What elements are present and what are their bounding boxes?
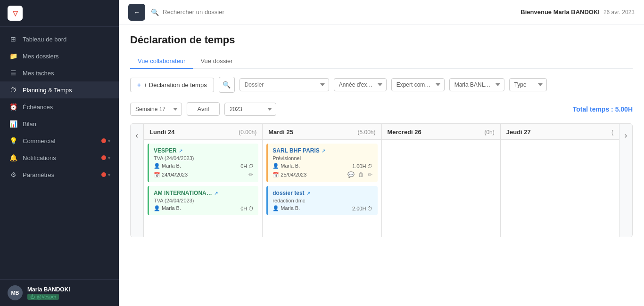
tab-vue-dossier[interactable]: Vue dossier bbox=[193, 54, 240, 69]
empty-day bbox=[386, 144, 496, 155]
nav-chevron-parametres: ▾ bbox=[108, 172, 110, 177]
nav-icon-echeances: ⏰ bbox=[8, 103, 18, 111]
sidebar-logo: ▽ bbox=[0, 0, 119, 27]
user-tag: ⏻ @Vesper bbox=[27, 294, 59, 300]
app-logo: ▽ bbox=[8, 6, 23, 21]
expert-filter[interactable]: Expert com… bbox=[391, 78, 445, 91]
day-hours-2: (0h) bbox=[484, 129, 494, 136]
sidebar-item-mes-dossiers[interactable]: 📁 Mes dossiers bbox=[0, 48, 119, 64]
card-actions-vesper: ✏ bbox=[248, 171, 254, 178]
day-header-3: Jeudi 27 ( bbox=[501, 124, 619, 140]
card-subtitle-dossier-test: redaction dmc bbox=[272, 198, 372, 203]
nav-icon-mes-dossiers: 📁 bbox=[8, 52, 18, 60]
card-subtitle-sarl-bhf: Prévisionnel bbox=[272, 155, 372, 161]
welcome-text: Bienvenue Marla BANDOKI bbox=[520, 8, 600, 16]
external-link-icon-vesper[interactable]: ↗ bbox=[179, 148, 182, 153]
external-link-icon-dossier-test[interactable]: ↗ bbox=[306, 191, 310, 196]
nav-icon-notifications: 🔔 bbox=[8, 154, 18, 161]
prev-week-button[interactable]: ‹ bbox=[131, 124, 144, 237]
dossier-filter[interactable] bbox=[239, 78, 329, 91]
tab-vue-collaborateur[interactable]: Vue collaborateur bbox=[130, 54, 193, 69]
nav-icon-mes-taches: ☰ bbox=[8, 69, 18, 77]
sidebar-item-bilan[interactable]: 📊 Bilan bbox=[0, 115, 119, 132]
user-info: Marla BANDOKI ⏻ @Vesper bbox=[27, 286, 111, 300]
card-actions-sarl-bhf: 💬 🗑 ✏ bbox=[347, 171, 373, 178]
sidebar-item-planning-temps[interactable]: ⏱ Planning & Temps bbox=[0, 81, 119, 98]
type-filter[interactable]: Type bbox=[509, 78, 547, 91]
year-select[interactable]: 2023 bbox=[224, 103, 276, 116]
week-controls: Semaine 17 Avril 2023 Total temps : 5.00… bbox=[130, 102, 633, 116]
day-body-2 bbox=[382, 140, 500, 159]
card-vesper: VESPER ↗ TVA (24/04/2023) 👤 Marla B. 0H … bbox=[148, 144, 258, 182]
header: ← 🔍 Bienvenue Marla BANDOKI 26 avr. 2023 bbox=[119, 0, 644, 24]
next-week-button[interactable]: › bbox=[619, 124, 632, 237]
search-bar: 🔍 bbox=[151, 8, 515, 16]
sidebar: ▽ ⊞ Tableau de bord 📁 Mes dossiers ☰ Mes… bbox=[0, 0, 119, 306]
nav-label-tableau-de-bord: Tableau de bord bbox=[23, 36, 110, 43]
nav-chevron-commercial: ▾ bbox=[108, 138, 110, 144]
annee-filter[interactable]: Année d'ex… bbox=[334, 78, 387, 91]
nav-label-mes-dossiers: Mes dossiers bbox=[23, 53, 110, 60]
nav-icon-parametres: ⚙ bbox=[8, 171, 18, 178]
day-header-1: Mardi 25 (5.00h) bbox=[263, 124, 381, 140]
content: Déclaration de temps Vue collaborateur V… bbox=[119, 24, 644, 306]
delete-button-sarl-bhf[interactable]: 🗑 bbox=[358, 171, 364, 178]
sidebar-item-mes-taches[interactable]: ☰ Mes taches bbox=[0, 64, 119, 81]
nav-label-notifications: Notifications bbox=[23, 154, 99, 161]
day-body-3 bbox=[501, 140, 619, 159]
card-sarl-bhf: SARL BHF PARIS ↗ Prévisionnel 👤 Marla B.… bbox=[266, 144, 377, 182]
comment-button-sarl-bhf[interactable]: 💬 bbox=[347, 171, 355, 178]
external-link-icon-sarl-bhf[interactable]: ↗ bbox=[322, 148, 325, 153]
card-user-sarl-bhf: 👤 Marla B. bbox=[272, 163, 300, 169]
user-name: Marla BANDOKI bbox=[27, 286, 111, 293]
search-input[interactable] bbox=[163, 8, 515, 16]
sidebar-item-tableau-de-bord[interactable]: ⊞ Tableau de bord bbox=[0, 31, 119, 48]
nav-badge-notifications bbox=[101, 155, 106, 160]
external-link-icon-am-international[interactable]: ↗ bbox=[214, 191, 218, 196]
empty-day bbox=[504, 144, 615, 155]
card-title-am-international: AM INTERNATIONA… ↗ bbox=[154, 190, 254, 196]
sidebar-item-echeances[interactable]: ⏰ Échéances bbox=[0, 98, 119, 115]
day-body-0: VESPER ↗ TVA (24/04/2023) 👤 Marla B. 0H … bbox=[144, 140, 262, 219]
card-user-am-international: 👤 Marla B. bbox=[154, 205, 181, 211]
day-header-0: Lundi 24 (0.00h) bbox=[144, 124, 262, 140]
card-date-row-vesper: 📅 24/04/2023 ✏ bbox=[154, 171, 254, 178]
calendar-day-0: Lundi 24 (0.00h) VESPER ↗ TVA (24/04/202… bbox=[144, 124, 263, 237]
nav-chevron-notifications: ▾ bbox=[108, 155, 110, 161]
header-right: Bienvenue Marla BANDOKI 26 avr. 2023 bbox=[520, 8, 635, 16]
total-time: Total temps : 5.00H bbox=[573, 105, 633, 113]
header-date: 26 avr. 2023 bbox=[603, 9, 635, 16]
add-declaration-button[interactable]: + + Déclaration de temps bbox=[130, 78, 214, 92]
sidebar-item-commercial[interactable]: 💡 Commercial ▾ bbox=[0, 132, 119, 149]
tabs: Vue collaborateur Vue dossier bbox=[130, 54, 633, 69]
card-info-row-dossier-test: 👤 Marla B. 2.00H ⏱ bbox=[272, 205, 372, 211]
month-display: Avril bbox=[187, 102, 220, 116]
marla-filter[interactable]: Marla BANL… bbox=[449, 78, 504, 91]
sidebar-item-parametres[interactable]: ⚙ Paramètres ▾ bbox=[0, 166, 119, 183]
calendar-days: Lundi 24 (0.00h) VESPER ↗ TVA (24/04/202… bbox=[144, 124, 619, 237]
card-hours-dossier-test: 2.00H ⏱ bbox=[352, 206, 372, 211]
sidebar-nav: ⊞ Tableau de bord 📁 Mes dossiers ☰ Mes t… bbox=[0, 27, 119, 279]
toolbar-search-button[interactable]: 🔍 bbox=[219, 77, 235, 93]
nav-icon-commercial: 💡 bbox=[8, 137, 18, 145]
card-title-sarl-bhf: SARL BHF PARIS ↗ bbox=[272, 147, 372, 154]
card-title-dossier-test: dossier test ↗ bbox=[272, 190, 372, 196]
nav-icon-tableau-de-bord: ⊞ bbox=[8, 35, 18, 43]
week-select[interactable]: Semaine 17 bbox=[130, 103, 182, 116]
edit-button-sarl-bhf[interactable]: ✏ bbox=[367, 171, 373, 178]
card-user-dossier-test: 👤 Marla B. bbox=[272, 205, 300, 211]
edit-button-vesper[interactable]: ✏ bbox=[248, 171, 254, 178]
card-date-vesper: 📅 24/04/2023 bbox=[154, 172, 188, 178]
sidebar-item-notifications[interactable]: 🔔 Notifications ▾ bbox=[0, 149, 119, 166]
nav-icon-bilan: 📊 bbox=[8, 120, 18, 128]
day-name-0: Lundi 24 bbox=[149, 129, 174, 136]
card-title-vesper: VESPER ↗ bbox=[154, 147, 254, 154]
day-hours-1: (5.00h) bbox=[357, 129, 375, 136]
card-hours-vesper: 0H ⏱ bbox=[240, 163, 254, 169]
day-hours-3: ( bbox=[611, 129, 613, 136]
back-button[interactable]: ← bbox=[128, 4, 145, 21]
calendar-day-3: Jeudi 27 ( bbox=[501, 124, 619, 237]
card-user-vesper: 👤 Marla B. bbox=[154, 163, 181, 169]
card-info-row-vesper: 👤 Marla B. 0H ⏱ bbox=[154, 163, 254, 169]
day-hours-0: (0.00h) bbox=[239, 129, 256, 136]
